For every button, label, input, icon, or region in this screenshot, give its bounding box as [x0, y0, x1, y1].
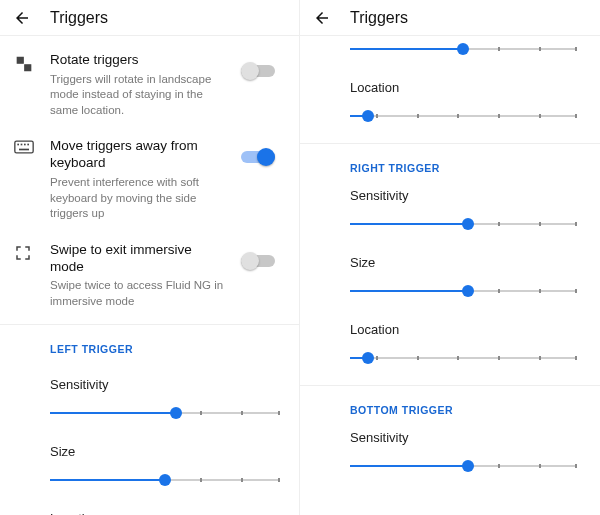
rt-location-block: Location: [300, 314, 600, 381]
slider-label: Sensitivity: [350, 188, 576, 203]
divider: [300, 143, 600, 144]
row-swipe-exit[interactable]: Swipe to exit immersive mode Swipe twice…: [0, 232, 299, 320]
swipe-exit-switch[interactable]: [241, 252, 275, 270]
left-location-block: Location: [0, 503, 299, 516]
top-location-block: Location: [300, 72, 600, 139]
arrow-back-icon: [313, 9, 331, 27]
rotate-icon: [14, 52, 50, 78]
row-title: Move triggers away from keyboard: [50, 138, 227, 172]
left-pane: Triggers Rotate triggers Triggers will r…: [0, 0, 300, 515]
rt-size-block: Size: [300, 247, 600, 314]
appbar: Triggers: [0, 0, 299, 36]
slider-label: Sensitivity: [350, 430, 576, 445]
row-subtitle: Swipe twice to access Fluid NG in immers…: [50, 278, 227, 309]
svg-rect-1: [17, 144, 19, 146]
right-scroll-content: Location Right Trigger Sensitivity Size …: [300, 36, 600, 489]
section-bottom-trigger: Bottom Trigger: [300, 390, 600, 430]
section-header: Right Trigger: [350, 162, 584, 174]
right-size-slider[interactable]: [350, 284, 576, 298]
page-title: Triggers: [350, 9, 408, 27]
top-size-block: [300, 36, 600, 72]
slider-label: Location: [350, 322, 576, 337]
row-title: Swipe to exit immersive mode: [50, 242, 227, 276]
slider-label: Location: [350, 80, 576, 95]
left-sensitivity-slider[interactable]: [50, 406, 279, 420]
right-pane: Triggers Location Right Trigger Sensitiv…: [300, 0, 600, 515]
left-size-slider[interactable]: [50, 473, 279, 487]
page-title: Triggers: [50, 9, 108, 27]
slider-label: Sensitivity: [50, 377, 279, 392]
back-button[interactable]: [12, 8, 32, 28]
divider: [0, 324, 299, 325]
svg-rect-2: [21, 144, 23, 146]
svg-rect-4: [27, 144, 29, 146]
back-button[interactable]: [312, 8, 332, 28]
section-header: Left Trigger: [50, 343, 283, 355]
right-sensitivity-slider[interactable]: [350, 217, 576, 231]
svg-rect-3: [24, 144, 26, 146]
bt-sensitivity-block: Sensitivity: [300, 430, 600, 489]
svg-rect-5: [19, 149, 29, 151]
row-rotate-triggers[interactable]: Rotate triggers Triggers will rotate in …: [0, 42, 299, 128]
left-size-slider-cont[interactable]: [350, 42, 576, 56]
bottom-sensitivity-slider[interactable]: [350, 459, 576, 473]
slider-label: Size: [50, 444, 279, 459]
slider-label: Size: [350, 255, 576, 270]
svg-rect-0: [15, 142, 33, 154]
section-right-trigger: Right Trigger: [300, 148, 600, 188]
slider-label: Location: [50, 511, 279, 516]
keyboard-icon: [14, 138, 50, 158]
row-subtitle: Prevent interference with soft keyboard …: [50, 175, 227, 222]
row-move-away-keyboard[interactable]: Move triggers away from keyboard Prevent…: [0, 128, 299, 231]
row-subtitle: Triggers will rotate in landscape mode i…: [50, 72, 227, 119]
rt-sensitivity-block: Sensitivity: [300, 188, 600, 247]
arrow-back-icon: [13, 9, 31, 27]
section-header: Bottom Trigger: [350, 404, 584, 416]
appbar: Triggers: [300, 0, 600, 36]
fullscreen-icon: [14, 242, 50, 266]
right-location-slider[interactable]: [350, 351, 576, 365]
rotate-triggers-switch[interactable]: [241, 62, 275, 80]
left-sensitivity-block: Sensitivity: [0, 369, 299, 436]
section-left-trigger: Left Trigger: [0, 329, 299, 369]
left-size-block: Size: [0, 436, 299, 503]
row-title: Rotate triggers: [50, 52, 227, 69]
keyboard-switch[interactable]: [241, 148, 275, 166]
left-location-slider[interactable]: [350, 109, 576, 123]
settings-list: Rotate triggers Triggers will rotate in …: [0, 36, 299, 515]
divider: [300, 385, 600, 386]
